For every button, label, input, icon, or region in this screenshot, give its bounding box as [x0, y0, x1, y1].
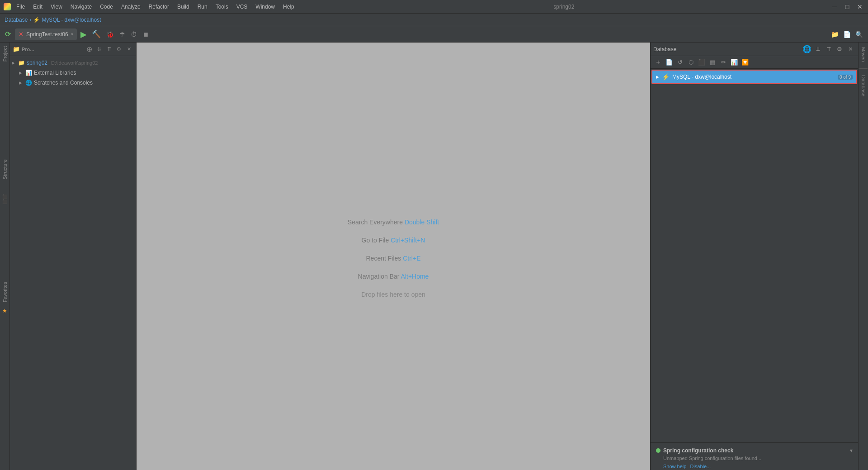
spring-config-description: Unmapped Spring configuration files foun… — [663, 456, 853, 461]
shortcut-key-search: Double Shift — [405, 218, 439, 226]
menu-help[interactable]: Help — [279, 3, 298, 11]
collapse-all-button[interactable]: ⇊ — [94, 45, 104, 54]
libraries-chevron-icon: ▶ — [19, 71, 24, 75]
minimize-button[interactable]: ─ — [830, 2, 839, 11]
right-side-panels: Maven Database — [858, 43, 868, 470]
menu-edit[interactable]: Edit — [29, 3, 46, 11]
spring-config-expand-icon[interactable]: ▾ — [850, 447, 853, 454]
db-toolbar-controls: 🌐 ⇊ ⇈ ⚙ ✕ — [802, 44, 855, 54]
scratches-icon: 🌐 — [25, 80, 32, 86]
project-tree: ▶ 📁 spring02 D:\ideawork\spring02 ▶ 📊 Ex… — [10, 56, 136, 470]
right-search-icons: 📁 📄 🔍 — [830, 31, 864, 38]
editor-area[interactable]: Search Everywhere Double Shift Go to Fil… — [137, 43, 650, 470]
project-title: Pro... — [22, 47, 34, 52]
tree-scratches-item[interactable]: ▶ 🌐 Scratches and Consoles — [10, 78, 136, 88]
db-edit-button[interactable]: ✏ — [718, 57, 728, 67]
title-bar-controls: ─ □ ✕ — [830, 2, 864, 11]
breadcrumb-child[interactable]: MySQL - dxw@localhost — [42, 17, 101, 23]
menu-navigate[interactable]: Navigate — [67, 3, 95, 11]
shortcut-recent-files: Recent Files Ctrl+E — [366, 255, 421, 262]
menu-file[interactable]: File — [13, 3, 28, 11]
maven-tab[interactable]: Maven — [859, 43, 868, 66]
db-collapse-button[interactable]: ⇊ — [813, 44, 823, 54]
close-button[interactable]: ✕ — [855, 2, 864, 11]
libraries-icon: 📊 — [25, 70, 32, 76]
new-element-button[interactable]: ⊕ — [85, 45, 94, 54]
main-content: Project Structure ⬛⬛ Favorites ★ 📁 Pro..… — [0, 43, 868, 470]
db-close-button[interactable]: ✕ — [845, 44, 855, 54]
menu-code[interactable]: Code — [96, 3, 117, 11]
settings-button[interactable]: ⚙ — [114, 45, 123, 54]
profiler-button[interactable]: ⏱ — [129, 31, 138, 38]
run-config-selector[interactable]: ✕ SpringTest.test06 ▾ — [15, 28, 77, 40]
structure-tab[interactable]: Structure — [0, 156, 9, 183]
favorites-star-icon[interactable]: ★ — [0, 306, 9, 316]
menu-vcs[interactable]: VCS — [233, 3, 251, 11]
shortcut-search-everywhere: Search Everywhere Double Shift — [348, 218, 439, 226]
menu-analyze[interactable]: Analyze — [118, 3, 144, 11]
app-logo — [4, 3, 11, 10]
debug-button[interactable]: 🐞 — [105, 31, 115, 38]
breadcrumb-root[interactable]: Database — [5, 17, 28, 23]
run-config-name: SpringTest.test06 — [26, 31, 68, 38]
vcs-update-button[interactable]: ⟳ — [4, 30, 12, 38]
left-side-panels: Project Structure ⬛⬛ Favorites ★ — [0, 43, 10, 470]
tree-root-item[interactable]: ▶ 📁 spring02 D:\ideawork\spring02 — [10, 58, 136, 68]
structure-icons: ⬛⬛ — [3, 192, 7, 206]
db-globe-button[interactable]: 🌐 — [802, 44, 812, 54]
menu-build[interactable]: Build — [174, 3, 193, 11]
menu-run[interactable]: Run — [194, 3, 211, 11]
search-button[interactable]: 🔍 — [854, 31, 864, 38]
project-panel: 📁 Pro... ⊕ ⇊ ⇈ ⚙ ✕ ▶ 📁 spring02 D:\ideaw… — [10, 43, 137, 470]
db-mysql-icon: ⚡ — [662, 73, 670, 81]
app-title: spring02 — [553, 4, 574, 10]
run-button[interactable]: ▶ — [80, 29, 88, 39]
menu-window[interactable]: Window — [252, 3, 278, 11]
shortcut-key-goto-file: Ctrl+Shift+N — [391, 237, 425, 244]
expand-all-button[interactable]: ⇈ — [104, 45, 113, 54]
breadcrumb-sep: › — [29, 17, 31, 23]
project-toolbar: 📁 Pro... ⊕ ⇊ ⇈ ⚙ ✕ — [10, 43, 136, 56]
spring-config-status-icon — [656, 448, 660, 453]
config-dropdown-icon: ▾ — [71, 32, 73, 37]
db-settings-button[interactable]: ⚙ — [835, 44, 844, 54]
right-tab-divider — [859, 68, 868, 69]
favorites-tab[interactable]: Favorites — [0, 278, 9, 306]
project-folder-icon: 📁 — [18, 60, 25, 66]
database-vert-tab[interactable]: Database — [859, 71, 868, 101]
database-panel: Database 🌐 ⇊ ⇈ ⚙ ✕ + 📄 ↺ ⬡ ⬛ ▦ ✏ 📊 🔽 — [650, 43, 858, 470]
project-root-label: spring02 — [27, 60, 47, 66]
show-help-link[interactable]: Show help — [663, 464, 686, 469]
breadcrumb: Database › ⚡ MySQL - dxw@localhost — [0, 14, 868, 26]
run-toolbar: ⟳ ✕ SpringTest.test06 ▾ ▶ 🔨 🐞 ☂ ⏱ ⏹ 📁 📄 … — [0, 26, 868, 43]
db-copy-button[interactable]: 📄 — [664, 57, 674, 67]
menu-tools[interactable]: Tools — [212, 3, 232, 11]
maximize-button[interactable]: □ — [843, 2, 852, 11]
project-tab[interactable]: Project — [0, 43, 9, 65]
tree-libraries-item[interactable]: ▶ 📊 External Libraries — [10, 68, 136, 78]
title-bar-menu: File Edit View Navigate Code Analyze Ref… — [13, 3, 298, 11]
project-root-path: D:\ideawork\spring02 — [51, 60, 98, 66]
db-connection-item[interactable]: ▶ ⚡ MySQL - dxw@localhost 0 of 9 — [652, 71, 856, 83]
db-chart-button[interactable]: 📊 — [729, 57, 739, 67]
shortcut-goto-file: Go to File Ctrl+Shift+N — [362, 237, 425, 244]
open-file-button[interactable]: 📁 — [830, 31, 840, 38]
title-bar-left: File Edit View Navigate Code Analyze Ref… — [4, 3, 298, 11]
db-refresh-button[interactable]: ↺ — [675, 57, 685, 67]
db-schema-button[interactable]: ⬡ — [686, 57, 696, 67]
db-expand-button[interactable]: ⇈ — [824, 44, 834, 54]
stop-button[interactable]: ⏹ — [141, 31, 150, 38]
coverage-button[interactable]: ☂ — [118, 31, 127, 38]
menu-refactor[interactable]: Refactor — [145, 3, 173, 11]
db-table-button[interactable]: ▦ — [708, 57, 717, 67]
db-stop-button[interactable]: ⬛ — [697, 57, 707, 67]
db-highlight-box: ▶ ⚡ MySQL - dxw@localhost 0 of 9 — [651, 70, 857, 84]
db-add-button[interactable]: + — [653, 57, 663, 67]
db-filter-button[interactable]: 🔽 — [740, 57, 750, 67]
disable-link[interactable]: Disable... — [690, 464, 711, 469]
close-panel-button[interactable]: ✕ — [124, 45, 133, 54]
recent-files-button[interactable]: 📄 — [842, 31, 852, 38]
menu-view[interactable]: View — [47, 3, 66, 11]
drop-files-hint: Drop files here to open — [361, 291, 425, 298]
build-button[interactable]: 🔨 — [90, 30, 102, 38]
